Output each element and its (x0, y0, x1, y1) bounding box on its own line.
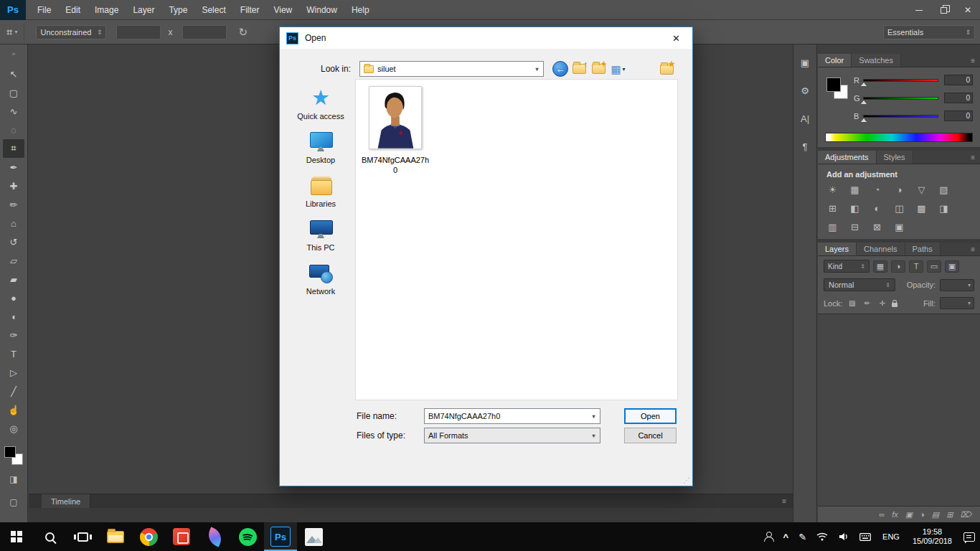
lock-all-icon[interactable] (892, 303, 897, 307)
file-list-area[interactable]: BM74NfgCAAA27h 0 (355, 79, 678, 400)
close-button[interactable]: ✕ (956, 0, 980, 20)
opacity-input[interactable]: ▾ (940, 279, 974, 291)
layer-filter-kind-dropdown[interactable]: Kind ⇕ (824, 260, 870, 273)
sidebar-item-quick-access[interactable]: Quick access (289, 86, 352, 121)
lock-pixels-icon[interactable]: ✏ (862, 298, 872, 309)
channel-value-input[interactable]: 0 (944, 110, 973, 121)
tab-layers[interactable]: Layers (818, 242, 857, 255)
blur-tool[interactable]: ● (3, 288, 24, 307)
clone-stamp-tool[interactable]: ⌂ (3, 214, 24, 232)
adjustment-icon[interactable]: ▣ (893, 221, 905, 233)
timeline-tab[interactable]: Timeline (42, 494, 90, 508)
people-button[interactable] (758, 522, 778, 551)
channel-value-input[interactable]: 0 (944, 75, 973, 85)
channel-slider[interactable] (863, 97, 938, 100)
task-view-button[interactable] (66, 522, 99, 551)
sidebar-item-libraries[interactable]: Libraries (289, 174, 352, 208)
link-layers-icon[interactable]: ∞ (879, 510, 885, 519)
menu-item[interactable]: Edit (58, 0, 88, 20)
back-button[interactable]: ← (552, 61, 568, 77)
adjustment-icon[interactable]: ◔ (871, 184, 883, 196)
minimize-button[interactable] (907, 0, 931, 20)
eraser-tool[interactable]: ▱ (3, 251, 24, 270)
feather-app-button[interactable] (198, 522, 231, 551)
photos-app-button[interactable] (297, 522, 330, 551)
lock-position-icon[interactable]: ✛ (877, 298, 887, 309)
adjustment-icon[interactable]: ◫ (893, 202, 905, 215)
windows-ink-button[interactable]: ✎ (793, 522, 811, 551)
look-in-dropdown[interactable]: siluet ▾ (359, 61, 544, 77)
slider-thumb[interactable] (861, 100, 867, 104)
adjustment-icon[interactable]: ◑ (893, 184, 905, 196)
crop-width-input[interactable] (116, 25, 161, 39)
channel-slider[interactable] (863, 115, 938, 118)
filter-type-layers-icon[interactable]: T (909, 260, 923, 273)
panel-menu-icon[interactable]: ≡ (971, 245, 975, 253)
spot-healing-brush-tool[interactable]: ✚ (3, 176, 24, 195)
filter-pixel-layers-icon[interactable]: ▦ (873, 260, 887, 273)
dialog-title-bar[interactable]: Ps Open ✕ (280, 27, 692, 49)
toolbar-collapse-icon[interactable]: » (11, 49, 15, 59)
rectangular-marquee-tool[interactable]: ▢ (3, 83, 24, 102)
menu-item[interactable]: Window (299, 0, 344, 20)
dialog-close-button[interactable]: ✕ (660, 27, 692, 49)
adjustment-icon[interactable]: ◧ (849, 202, 861, 215)
shape-tool[interactable]: ╱ (3, 382, 24, 400)
tab-paths[interactable]: Paths (905, 242, 941, 255)
path-selection-tool[interactable]: ▷ (3, 363, 24, 382)
lock-transparency-icon[interactable]: ▨ (847, 298, 857, 309)
cancel-button[interactable]: Cancel (624, 428, 677, 443)
menu-item[interactable]: Filter (233, 0, 267, 20)
tab-color[interactable]: Color (818, 54, 852, 67)
history-brush-tool[interactable]: ↺ (3, 232, 24, 251)
file-name-input[interactable]: BM74NfgCAAA27h0 ▾ (424, 408, 600, 424)
move-tool[interactable]: ↖ (3, 65, 24, 83)
resize-grip[interactable]: ⋰ (683, 476, 690, 484)
foreground-background-swatch[interactable] (4, 446, 23, 465)
dodge-tool[interactable]: ◖ (3, 307, 24, 326)
adjustment-icon[interactable]: ▩ (915, 202, 928, 215)
collapsed-panel-icon-2[interactable]: ⚙ (796, 83, 814, 98)
adjustment-icon[interactable]: ▥ (826, 221, 839, 233)
panel-menu-icon[interactable]: ≡ (971, 154, 975, 161)
restore-button[interactable] (931, 0, 956, 20)
adjustment-icon[interactable]: ▽ (915, 184, 928, 196)
screen-mode-button[interactable]: ▢ (3, 494, 24, 511)
collapsed-paragraph-panel-icon[interactable]: ¶ (796, 138, 814, 154)
pen-tool[interactable]: ✑ (3, 326, 24, 344)
menu-item[interactable]: Type (161, 0, 194, 20)
foreground-color-swatch[interactable] (826, 77, 841, 92)
sidebar-item-this-pc[interactable]: This PC (289, 217, 352, 252)
tab-swatches[interactable]: Swatches (852, 54, 901, 67)
menu-item[interactable]: View (266, 0, 299, 20)
menu-item[interactable]: Image (88, 0, 126, 20)
sidebar-item-network[interactable]: Network (289, 261, 352, 296)
menu-item[interactable]: Help (344, 0, 377, 20)
red-app-button[interactable] (165, 522, 198, 551)
adjustment-icon[interactable]: ⊠ (871, 221, 883, 233)
taskbar-search-button[interactable] (33, 522, 66, 551)
sidebar-item-desktop[interactable]: Desktop (289, 130, 352, 164)
menu-item[interactable]: Select (194, 0, 232, 20)
crop-preset-dropdown[interactable]: Unconstrained ⇕ (36, 25, 106, 39)
hand-tool[interactable]: ☝ (3, 400, 24, 419)
delete-layer-icon[interactable]: ⌦ (960, 510, 971, 519)
current-tool-badge[interactable]: ⌗ ▾ (0, 26, 24, 39)
layer-group-icon[interactable]: ▤ (932, 510, 939, 519)
tab-channels[interactable]: Channels (857, 242, 905, 255)
up-one-level-button[interactable]: ↑ (571, 61, 588, 77)
foreground-color-swatch[interactable] (4, 446, 16, 458)
slider-thumb[interactable] (861, 83, 867, 86)
files-of-type-dropdown[interactable]: All Formats ▾ (424, 428, 600, 443)
touch-keyboard-button[interactable] (854, 522, 876, 551)
new-layer-icon[interactable]: ⊞ (946, 510, 953, 519)
gradient-tool[interactable]: ▰ (3, 270, 24, 288)
new-folder-button[interactable]: ✦ (590, 61, 607, 77)
color-spectrum-ramp[interactable] (825, 133, 973, 142)
collapsed-panel-icon-1[interactable]: ▣ (796, 55, 814, 70)
layer-style-icon[interactable]: fx (892, 510, 898, 519)
workspace-dropdown[interactable]: Essentials ⇕ (883, 25, 975, 39)
hidden-icons-button[interactable]: ^ (778, 522, 794, 551)
start-button[interactable] (0, 522, 33, 551)
view-menu-button[interactable]: ▦ ▾ (610, 61, 626, 77)
